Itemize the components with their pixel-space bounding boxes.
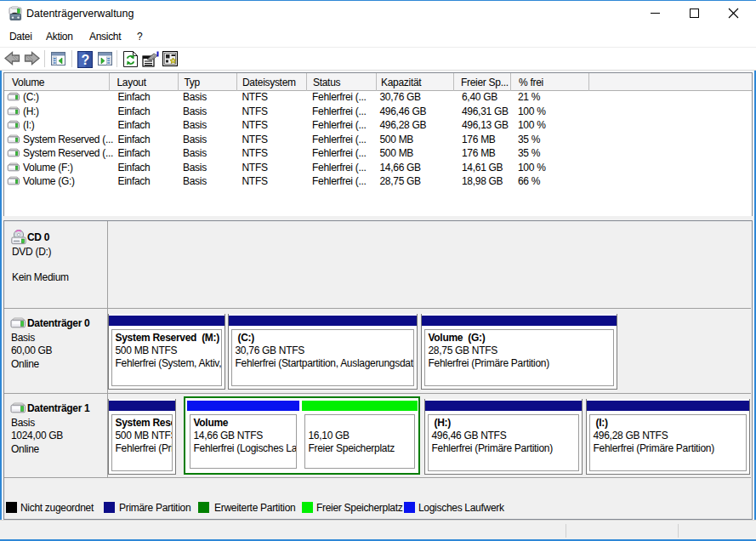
svg-text:?: ? [81, 53, 88, 67]
